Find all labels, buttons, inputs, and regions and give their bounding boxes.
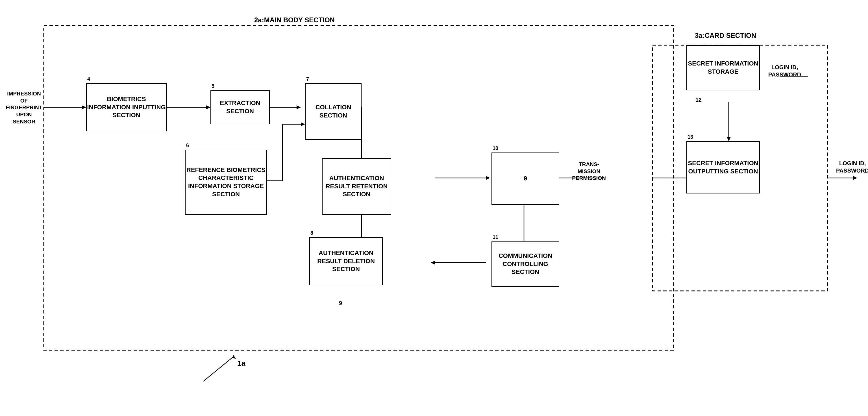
num12: 12 — [695, 96, 702, 103]
num13: 13 — [687, 134, 693, 140]
box-secret-storage: SECRET INFORMATION STORAGE — [686, 45, 760, 90]
num11: 11 — [493, 234, 498, 241]
box-secret-outputting: 13 SECRET INFORMATION OUTPUTTING SECTION — [686, 141, 760, 193]
svg-marker-25 — [431, 261, 435, 265]
svg-marker-3 — [82, 105, 86, 109]
svg-marker-11 — [301, 122, 305, 126]
num8: 8 — [310, 230, 313, 236]
box-auth-deletion: 8 AUTHENTICATION RESULT DELETION SECTION — [309, 237, 383, 285]
card-section-label: 3a:CARD SECTION — [695, 31, 756, 40]
login-id-label-output: LOGIN ID,PASSWORD — [836, 160, 868, 174]
svg-line-30 — [204, 356, 235, 381]
num10: 10 — [493, 145, 498, 152]
box-auth-retention: AUTHENTICATION RESULT RETENTION SECTION — [322, 158, 391, 215]
svg-marker-15 — [486, 176, 490, 180]
input-label: IMPRESSION OF FINGERPRINT UPON SENSOR — [6, 90, 42, 125]
svg-marker-23 — [853, 176, 857, 180]
num4: 4 — [87, 76, 90, 83]
diagram-title: 1a — [237, 359, 245, 368]
num9-label: 9 — [339, 299, 342, 307]
diagram: IMPRESSION OF FINGERPRINT UPON SENSOR 4 … — [0, 0, 868, 416]
svg-marker-20 — [727, 137, 731, 141]
login-id-label-top: LOGIN ID,PASSWORD — [768, 64, 801, 78]
box-biometrics-inputting: 4 BIOMETRICS INFORMATION INPUTTING SECTI… — [86, 83, 167, 131]
transmission-label: TRANS-MISSION PERMISSION — [568, 161, 610, 182]
svg-marker-31 — [232, 355, 236, 359]
box-unused-detection: 11 COMMUNICATION CONTROLLING SECTION — [492, 242, 559, 287]
box-extraction: 5 EXTRACTION SECTION — [211, 90, 270, 124]
main-body-label: 2a:MAIN BODY SECTION — [254, 15, 335, 24]
num6: 6 — [186, 142, 189, 149]
num5: 5 — [212, 83, 214, 90]
box-collation: 7 COLLATION SECTION — [305, 83, 362, 140]
svg-marker-7 — [297, 105, 301, 109]
svg-marker-5 — [206, 105, 211, 109]
box-comm-controlling: 10 9 — [492, 153, 559, 205]
num7: 7 — [306, 76, 309, 83]
box-reference-biometrics: 6 REFERENCE BIOMETRICS CHARACTERISTIC IN… — [185, 150, 267, 215]
